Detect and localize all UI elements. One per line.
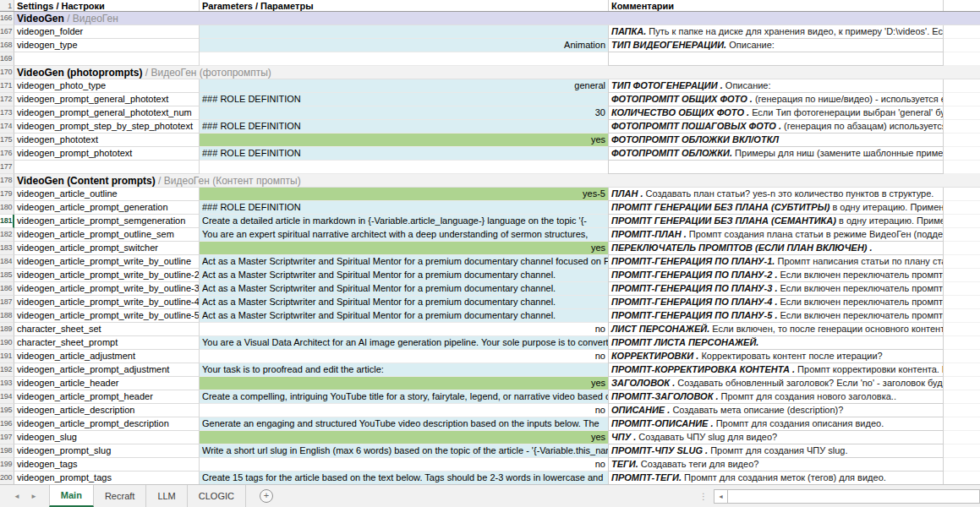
hscroll-left-icon[interactable]: ◄ xyxy=(714,489,728,504)
comment-cell[interactable] xyxy=(608,161,944,174)
empty-cell[interactable] xyxy=(944,377,980,390)
row-number[interactable]: 193 xyxy=(0,377,14,390)
column-header-empty[interactable] xyxy=(944,0,980,11)
column-header-settings[interactable]: Settings / Настроки xyxy=(14,0,200,11)
comment-cell[interactable]: ОПИСАНИЕ . Создавать мета описание (desc… xyxy=(608,404,944,417)
settings-cell[interactable]: videogen_article_prompt_generation xyxy=(14,201,200,215)
comment-cell[interactable]: ТИП ВИДЕОГЕНЕРАЦИИ. Описание: xyxy=(608,39,944,52)
settings-cell[interactable]: videogen_prompt_phototext xyxy=(14,147,200,161)
parameter-cell[interactable]: Your task is to proofread and edit the a… xyxy=(200,363,608,377)
empty-cell[interactable] xyxy=(944,201,980,215)
comment-cell[interactable]: ПРОМПТ-ГЕНЕРАЦИЯ ПО ПЛАНУ-5 . Если включ… xyxy=(608,309,944,323)
settings-cell[interactable]: videogen_article_prompt_semgeneration xyxy=(14,215,200,228)
settings-cell[interactable]: videogen_prompt_general_phototext_num xyxy=(14,106,200,120)
empty-cell[interactable] xyxy=(944,255,980,269)
parameter-cell[interactable]: Act as a Master Scriptwriter and Spiritu… xyxy=(200,269,608,282)
row-number[interactable]: 189 xyxy=(0,323,14,336)
empty-cell[interactable] xyxy=(944,336,980,350)
tab-scroll-right-icon[interactable]: ► xyxy=(30,493,37,500)
parameter-cell[interactable]: yes-5 xyxy=(200,188,608,201)
empty-cell[interactable] xyxy=(944,282,980,296)
row-number[interactable]: 174 xyxy=(0,120,14,134)
empty-cell[interactable] xyxy=(944,228,980,242)
settings-cell[interactable]: videogen_article_prompt_write_by_outline… xyxy=(14,309,200,323)
section-header-cell[interactable]: VideoGen / ВидеоГен xyxy=(14,12,980,25)
settings-cell[interactable]: videogen_phototext xyxy=(14,134,200,147)
comment-cell[interactable]: ПЛАН . Создавать план статьи? yes-n это … xyxy=(608,188,944,201)
settings-cell[interactable]: character_sheet_set xyxy=(14,323,200,336)
row-number[interactable]: 185 xyxy=(0,269,14,282)
parameter-cell[interactable]: Act as a Master Scriptwriter and Spiritu… xyxy=(200,309,608,323)
row-number[interactable]: 191 xyxy=(0,350,14,363)
empty-cell[interactable] xyxy=(944,242,980,255)
column-header-comments[interactable]: Комментарии xyxy=(608,0,944,11)
parameter-cell[interactable]: ### ROLE DEFINITION xyxy=(200,147,608,161)
settings-cell[interactable]: videogen_type xyxy=(14,39,200,52)
settings-cell[interactable]: videogen_prompt_general_phototext xyxy=(14,93,200,106)
row-number[interactable]: 177 xyxy=(0,161,14,174)
parameter-cell[interactable] xyxy=(200,52,608,66)
row-number[interactable]: 194 xyxy=(0,390,14,404)
settings-cell[interactable] xyxy=(14,161,200,174)
empty-cell[interactable] xyxy=(944,350,980,363)
comment-cell[interactable]: ПРОМПТ ГЕНЕРАЦИИ БЕЗ ПЛАНА (СЕМАНТИКА) в… xyxy=(608,215,944,228)
empty-cell[interactable] xyxy=(944,120,980,134)
empty-cell[interactable] xyxy=(944,106,980,120)
settings-cell[interactable]: videogen_article_prompt_header xyxy=(14,390,200,404)
comment-cell[interactable]: ПРОМПТ ГЕНЕРАЦИИ БЕЗ ПЛАНА (СУБТИТРЫ) в … xyxy=(608,201,944,215)
row-number[interactable]: 181 xyxy=(0,215,14,228)
comment-cell[interactable] xyxy=(608,52,944,66)
settings-cell[interactable]: videogen_article_outline xyxy=(14,188,200,201)
empty-cell[interactable] xyxy=(944,134,980,147)
settings-cell[interactable]: videogen_prompt_slug xyxy=(14,444,200,458)
parameter-cell[interactable]: 30 xyxy=(200,106,608,120)
parameter-cell[interactable]: Create a compelling, intriguing YouTube … xyxy=(200,390,608,404)
parameter-cell[interactable]: You are a Visual Data Architect for an A… xyxy=(200,336,608,350)
empty-cell[interactable] xyxy=(944,323,980,336)
empty-cell[interactable] xyxy=(944,390,980,404)
row-number[interactable]: 186 xyxy=(0,282,14,296)
comment-cell[interactable]: ФОТОПРОМПТ ОБЛОЖКИ. Примеры для ниш (зам… xyxy=(608,147,944,161)
settings-cell[interactable]: videogen_article_prompt_description xyxy=(14,417,200,431)
empty-cell[interactable] xyxy=(944,431,980,444)
comment-cell[interactable]: КОРРЕКТИРОВКИ . Корректировать контент п… xyxy=(608,350,944,363)
settings-cell[interactable]: videogen_prompt_tags xyxy=(14,472,200,485)
row-number[interactable]: 187 xyxy=(0,296,14,309)
comment-cell[interactable]: ПЕРЕКЛЮЧАТЕЛЬ ПРОМПТОВ (ЕСЛИ ПЛАН ВКЛЮЧЕ… xyxy=(608,242,944,255)
settings-cell[interactable] xyxy=(14,52,200,66)
settings-cell[interactable]: videogen_article_prompt_switcher xyxy=(14,242,200,255)
empty-cell[interactable] xyxy=(944,363,980,377)
comment-cell[interactable]: ФОТОПРОМПТ ОБЩИХ ФОТО . (генерация по ни… xyxy=(608,93,944,106)
parameter-cell[interactable]: Create a detailed article in markdown in… xyxy=(200,215,608,228)
empty-cell[interactable] xyxy=(944,39,980,52)
settings-cell[interactable]: videogen_article_header xyxy=(14,377,200,390)
row-number[interactable]: 172 xyxy=(0,93,14,106)
parameter-cell[interactable]: Act as a Master Scriptwriter and Spiritu… xyxy=(200,255,608,269)
empty-cell[interactable] xyxy=(944,458,980,472)
comment-cell[interactable]: ПРОМПТ-ТЕГИ. Промпт для создания меток (… xyxy=(608,472,944,485)
row-number[interactable]: 192 xyxy=(0,363,14,377)
splitter-handle-icon[interactable]: ⋮ xyxy=(699,492,707,501)
settings-cell[interactable]: videogen_prompt_step_by_step_phototext xyxy=(14,120,200,134)
comment-cell[interactable]: ПРОМПТ-ПЛАН . Промпт создания плана стат… xyxy=(608,228,944,242)
empty-cell[interactable] xyxy=(944,472,980,485)
parameter-cell[interactable]: Animation xyxy=(200,39,608,52)
row-number[interactable]: 188 xyxy=(0,309,14,323)
comment-cell[interactable]: ПРОМПТ-ЧПУ SLUG . Промпт для создания ЧП… xyxy=(608,444,944,458)
settings-cell[interactable]: videogen_slug xyxy=(14,431,200,444)
row-number[interactable]: 179 xyxy=(0,188,14,201)
empty-cell[interactable] xyxy=(944,309,980,323)
add-sheet-icon[interactable]: + xyxy=(260,489,273,503)
row-number[interactable]: 180 xyxy=(0,201,14,215)
settings-cell[interactable]: videogen_article_prompt_write_by_outline xyxy=(14,255,200,269)
row-number[interactable]: 190 xyxy=(0,336,14,350)
empty-cell[interactable] xyxy=(944,79,980,93)
comment-cell[interactable]: ПРОМПТ-ОПИСАНИЕ . Промпт для создания оп… xyxy=(608,417,944,431)
comment-cell[interactable]: ПРОМПТ-КОРРЕКТИРОВКА КОНТЕНТА . Промпт к… xyxy=(608,363,944,377)
parameter-cell[interactable]: general xyxy=(200,79,608,93)
parameter-cell[interactable]: ### ROLE DEFINITION xyxy=(200,201,608,215)
parameter-cell[interactable]: yes xyxy=(200,431,608,444)
comment-cell[interactable]: ЛИСТ ПЕРСОНАЖЕЙ. Если включен, то после … xyxy=(608,323,944,336)
parameter-cell[interactable]: Create 15 tags for the article based on … xyxy=(200,472,608,485)
parameter-cell[interactable]: Act as a Master Scriptwriter and Spiritu… xyxy=(200,296,608,309)
